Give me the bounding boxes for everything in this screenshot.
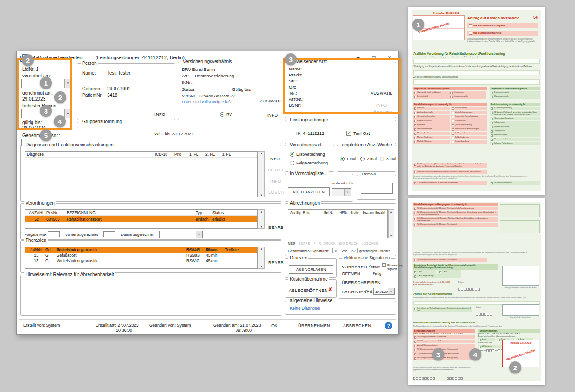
checkbox-icon [491, 182, 493, 184]
checkbox-icon [414, 164, 416, 166]
funk-monate-list: 12 Monate (Richtwert)24 Monate (Richtwer… [490, 107, 540, 116]
form-title: Antrag auf Kostenübernahme [467, 16, 519, 20]
column-header: Kuerzel [186, 247, 206, 252]
checkbox-icon [414, 357, 416, 360]
abrechnung-action-button[interactable]: SIG-DRUCK [339, 242, 358, 245]
verordnung-row-selected[interactable]: 52 604503 Rehabilitationssport einfach e… [25, 216, 257, 222]
ok-button[interactable]: OK [271, 323, 278, 328]
sig-oeffnen-button[interactable]: ÖFFNEN [342, 272, 360, 276]
checkbox-icon [414, 259, 416, 261]
radio-icon[interactable] [380, 157, 384, 161]
checkbox-checked-icon[interactable] [346, 131, 351, 136]
gueltig-bis-label: Gültig bis: [232, 87, 251, 92]
checkbox-icon [414, 171, 416, 173]
rv-radio[interactable]: RV [220, 112, 232, 117]
radio-icon[interactable] [290, 152, 294, 157]
nicht-anzeigen-button[interactable]: NICHT ANZEIGEN [288, 187, 330, 196]
abrechnungen-list[interactable]: Anz SigR-Nr.Bel-Nr.HPNrBruttoBez. amBeza… [288, 209, 388, 238]
ablegen-button[interactable]: ABLEGEN [289, 288, 310, 293]
verordnungen-scrollbar[interactable] [258, 209, 265, 229]
radio-icon[interactable] [360, 157, 365, 161]
datum-abgerechnet-select[interactable] [159, 231, 203, 238]
art-label: Art: [182, 73, 189, 78]
form-checkbox-item: Kollagenosen [490, 121, 540, 125]
diagnosen-list[interactable]: DiagnoseICD-10Prio1. FE2. FE3. FE [25, 151, 258, 197]
geaendert-am: Geändert am: 21.07.2023 [213, 323, 261, 328]
verordnungen-list[interactable]: ANZAHL PosNr. BEZEICHNUNG Typ Status 52 … [25, 209, 258, 229]
diagnosen-scrollbar[interactable] [258, 151, 265, 197]
gruppenzuordnung-dash1: ----- [211, 132, 218, 136]
abrechnung-action-button[interactable]: R.-DRUCK [319, 242, 336, 245]
patientnr-value: 3418 [107, 93, 117, 98]
person-info-button[interactable]: INFO [154, 112, 166, 117]
abrechnung-action-button[interactable]: LÖSCHEN [362, 242, 378, 245]
radio-icon[interactable] [220, 112, 224, 117]
anz-woche-3mal-radio[interactable]: 3 mal [380, 157, 396, 161]
versicherung-info-button[interactable]: INFO [267, 113, 278, 118]
chevron-down-icon[interactable] [196, 231, 202, 238]
ueberschreiben-button[interactable]: ÜBERSCHREIBEN [342, 280, 381, 285]
aus-vorlagen-button[interactable]: AUS VORLAGEN [289, 265, 333, 274]
vorgabe-max-label: Vorgabe Max [25, 233, 46, 237]
column-header: 1. FE [189, 152, 205, 157]
checkbox-icon[interactable] [368, 272, 371, 275]
start-date-select[interactable]: 30.01.2023 [373, 288, 395, 295]
ku-oeffnen-button[interactable]: ÖFFNEN [309, 288, 328, 293]
abrechnung-action-button[interactable]: NEU [288, 242, 295, 245]
arzt-field-labels: Name:Praxis:Str.:Ort:Tel.:ArztNr.:BSNr.: [289, 66, 304, 108]
arzt-group: Einweisender Arzt Name:Praxis:Str.:Ort:T… [285, 62, 396, 118]
form-checkbox-item: Osteoporose [490, 129, 540, 133]
antrag-text: Rehabilitationssport/Funktionstraining s… [413, 297, 540, 299]
folgeverordnung-radio[interactable]: Folgeverordnung [290, 161, 328, 165]
tarif-ost-checkbox[interactable]: Tarif Ost [346, 131, 370, 136]
fremd-id-input[interactable] [361, 183, 393, 194]
anz-woche-2mal-radio[interactable]: 2 mal [360, 157, 377, 161]
form-empty-box [500, 220, 540, 233]
abrechnungen-scrollbar[interactable] [388, 209, 394, 238]
vorgabe-max-input[interactable] [48, 231, 60, 237]
anz-woche-group: empfohlene Anz./Woche 1 mal 2 mal 3 mal [337, 145, 396, 172]
therapie-bearb-button[interactable]: BEARB [268, 260, 284, 265]
reha-kosten-col: Rehabilitationssports gemäß § 43 Abs. 1 … [413, 329, 475, 360]
therapie-row[interactable]: 13 G Wirbelsäulengymnastik RSWiG 45 min [25, 258, 257, 264]
chevron-down-icon[interactable] [64, 109, 71, 118]
muster56-page1-preview[interactable]: Freigabe 13.03.2010 Vereinfachtes Muster… [408, 7, 545, 195]
hinweise-textarea[interactable] [25, 281, 278, 311]
column-header: 2. FE [205, 152, 222, 157]
form-checkbox-item: Schlaganfall [451, 132, 487, 135]
therapien-scrollbar[interactable] [258, 247, 265, 269]
form-checkbox-item: Gefäßkrankheiten [413, 127, 450, 131]
help-button[interactable]: ? [385, 322, 392, 329]
ausblenden-bis-label: ausblenden bis: [332, 182, 354, 185]
radio-icon[interactable] [290, 161, 294, 165]
versicherung-auswahl-button[interactable]: AUSWAHL [260, 99, 282, 103]
genehmigt-am-label: genehmigt am: [22, 90, 53, 95]
form-checkbox-item: Muskelerkrankungen [451, 111, 487, 114]
anz-woche-1mal-radio[interactable]: 1 mal [340, 157, 356, 161]
callout-badge-5: 5 [40, 129, 52, 141]
hinweise-group: Hinweise mit Relevanz für Abrechenbarkei… [20, 275, 281, 316]
checkbox-checked-icon[interactable] [368, 265, 371, 268]
erstverordnung-radio[interactable]: Erstverordnung [290, 152, 325, 157]
reha-sportarten-block: Empfohlene Rehabilitationssportart Gymna… [413, 87, 487, 99]
checkbox-icon [491, 126, 493, 128]
abrechnung-action-button[interactable]: BEARB [299, 242, 310, 245]
therapien-list[interactable]: Anzahl Art Bezeichnung Kuerzel Dauer Ter… [25, 247, 258, 269]
checkbox-icon [491, 143, 493, 145]
fertig-checkbox[interactable]: Fertig [368, 272, 381, 275]
vorher-abgerechnet-input[interactable] [103, 231, 115, 237]
chevron-down-icon[interactable] [388, 288, 394, 294]
chevron-down-icon[interactable] [64, 79, 71, 88]
uebernehmen-button[interactable]: ÜBERNEHMEN [298, 323, 330, 328]
radio-icon[interactable] [340, 157, 345, 161]
abrechnung-action-button[interactable]: ? [313, 242, 315, 245]
diagnose-neu-button[interactable]: NEU [270, 157, 280, 161]
therapie-row[interactable]: 13 G Gefäßsport RSGaS 45 min [25, 253, 257, 258]
aktiv-checkbox[interactable]: Aktiv [368, 265, 380, 268]
arzt-auswahl-button[interactable]: AUSWAHL [371, 91, 393, 95]
abbrechen-button[interactable]: ABBRECHEN [343, 323, 371, 328]
checkbox-icon[interactable] [382, 263, 386, 267]
verordnung-bearb-button[interactable]: BEARB [268, 225, 284, 230]
arzt-field-label: Str.: [289, 78, 304, 84]
einweisung-signiert-checkbox[interactable]: Einweisung [382, 263, 402, 267]
